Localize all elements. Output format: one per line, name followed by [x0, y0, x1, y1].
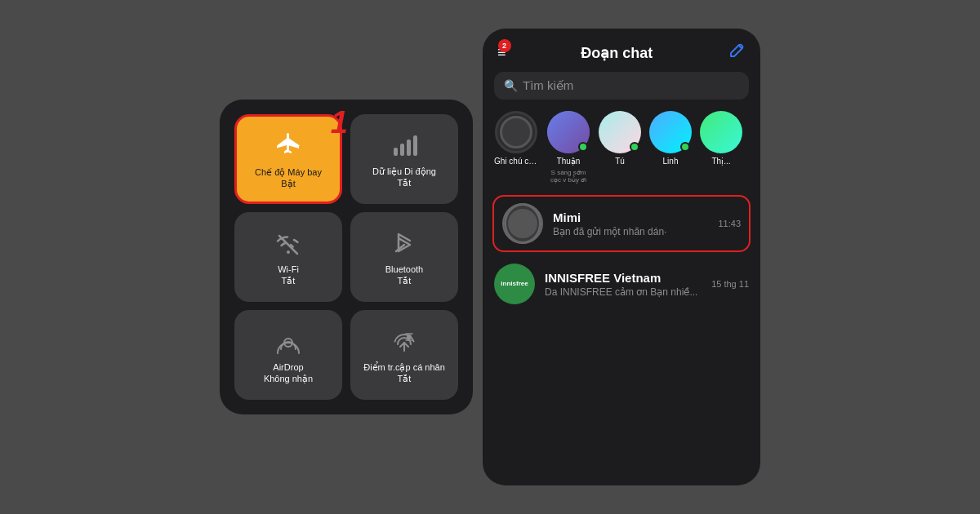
self-avatar	[495, 111, 537, 153]
self-story-label: Ghi chú của b...	[494, 157, 538, 166]
notification-badge: 2	[498, 39, 511, 52]
innisfree-name: INNISFREE Vietnam	[545, 271, 702, 285]
hotspot-icon	[390, 329, 418, 357]
cellular-label: Dữ liệu Di động Tắt	[372, 166, 436, 189]
message-list: Mimi Bạn đã gửi một nhãn dán· 11:43 2 in…	[483, 192, 760, 485]
main-container: Chế độ Máy bay Bật 1	[203, 12, 777, 502]
story-tu[interactable]: Tú	[599, 111, 641, 166]
thin-avatar-wrap	[700, 111, 742, 153]
tu-online-dot	[630, 142, 639, 152]
tu-avatar-wrap	[599, 111, 641, 153]
airdrop-tile[interactable]: AirDrop Không nhận	[234, 310, 342, 400]
search-icon: 🔍	[504, 79, 518, 92]
wifi-label: Wi-Fi Tắt	[278, 264, 299, 287]
control-center-panel: Chế độ Máy bay Bật 1	[220, 100, 473, 414]
search-bar[interactable]: 🔍 Tìm kiếm	[494, 72, 749, 100]
linh-online-dot	[680, 142, 690, 152]
bluetooth-icon	[393, 231, 416, 259]
airdrop-label: AirDrop Không nhận	[264, 361, 313, 385]
story-thuan[interactable]: Thuận S sáng sớm cọc v bủy ơi	[546, 111, 590, 184]
number-1-badge: 1	[331, 105, 348, 140]
innisfree-avatar: innisfree	[494, 264, 535, 304]
bluetooth-tile[interactable]: Bluetooth Tắt	[350, 212, 458, 302]
thuan-avatar-wrap	[547, 111, 590, 153]
mimi-avatar	[502, 203, 543, 244]
story-thin[interactable]: Thị...	[700, 111, 742, 166]
header-menu-button[interactable]: ≡ 2	[497, 44, 506, 61]
innisfree-time: 15 thg 11	[711, 279, 749, 289]
message-row-mimi[interactable]: Mimi Bạn đã gửi một nhãn dán· 11:43	[492, 195, 751, 252]
tu-label: Tú	[615, 157, 625, 166]
linh-label: Linh	[663, 157, 679, 166]
thuan-label: Thuận	[557, 157, 581, 166]
stories-row: Ghi chú của b... Thuận S sáng sớm cọc v …	[483, 108, 760, 192]
innisfree-preview: Da INNISFREE cảm ơn Bạn nhiề...	[545, 286, 702, 298]
airdrop-icon	[274, 329, 302, 357]
wifi-off-icon	[274, 231, 302, 259]
personal-hotspot-tile[interactable]: Điểm tr.cập cá nhân Tắt	[350, 310, 458, 400]
airplane-label: Chế độ Máy bay Bật	[255, 166, 322, 190]
svg-rect-3	[413, 135, 417, 156]
mimi-name: Mimi	[553, 210, 708, 224]
messages-header: ≡ 2 Đoạn chat	[483, 29, 760, 72]
mimi-time: 11:43	[718, 219, 741, 228]
svg-point-5	[287, 250, 290, 254]
thuan-note: S sáng sớm cọc v bủy ơi	[546, 169, 590, 184]
cellular-icon	[390, 133, 418, 161]
messages-panel: ≡ 2 Đoạn chat 🔍 Tìm kiếm	[483, 29, 760, 485]
message-row-innisfree[interactable]: innisfree INNISFREE Vietnam Da INNISFREE…	[483, 255, 760, 312]
compose-button[interactable]	[728, 42, 746, 64]
airplane-icon	[274, 132, 303, 162]
hotspot-label: Điểm tr.cập cá nhân Tắt	[363, 361, 445, 385]
svg-point-8	[407, 335, 412, 339]
mimi-preview: Bạn đã gửi một nhãn dán·	[553, 226, 708, 237]
wifi-tile[interactable]: Wi-Fi Tắt	[234, 212, 342, 302]
airplane-mode-tile[interactable]: Chế độ Máy bay Bật 1	[234, 114, 342, 204]
thuan-online-dot	[578, 142, 588, 152]
mimi-content: Mimi Bạn đã gửi một nhãn dán·	[553, 210, 708, 237]
thin-label: Thị...	[711, 157, 730, 166]
story-self[interactable]: Ghi chú của b...	[494, 111, 538, 166]
cellular-tile[interactable]: Dữ liệu Di động Tắt	[350, 114, 458, 204]
thin-avatar	[700, 111, 742, 153]
svg-rect-0	[394, 148, 398, 156]
search-placeholder: Tìm kiếm	[523, 78, 573, 93]
innisfree-content: INNISFREE Vietnam Da INNISFREE cảm ơn Bạ…	[545, 271, 702, 298]
svg-rect-1	[400, 144, 404, 156]
linh-avatar-wrap	[649, 111, 692, 153]
story-linh[interactable]: Linh	[649, 111, 692, 166]
messages-title: Đoạn chat	[581, 44, 653, 62]
bluetooth-label: Bluetooth Tắt	[385, 264, 423, 287]
svg-rect-2	[407, 140, 411, 156]
